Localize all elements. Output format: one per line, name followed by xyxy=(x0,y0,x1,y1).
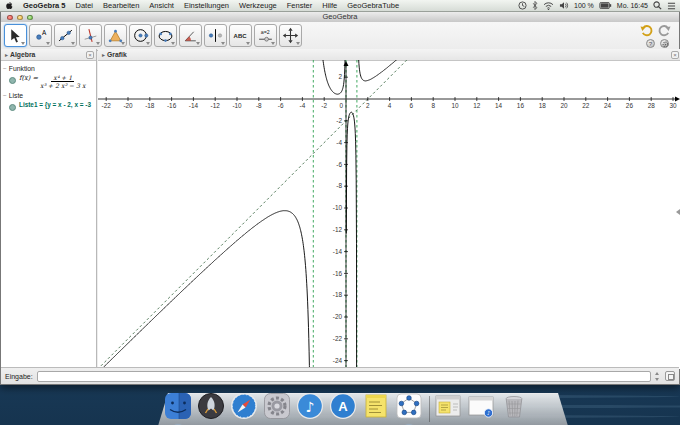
dock-item-minimized-window-document[interactable]: ♪ xyxy=(467,392,495,420)
input-history-spinner[interactable] xyxy=(655,372,660,381)
tool-dropdown-arrow-icon[interactable] xyxy=(246,42,250,45)
safari-icon xyxy=(230,392,258,420)
fraction-numerator: x⁴ + 1 xyxy=(51,74,74,82)
x-tick-label: -22 xyxy=(102,102,112,109)
tool-text-button[interactable]: ABC xyxy=(229,24,252,47)
itunes-icon: ♪ xyxy=(296,392,324,420)
wifi-icon[interactable] xyxy=(543,2,554,10)
tool-move-button[interactable] xyxy=(4,24,27,47)
x-tick-label: -2 xyxy=(321,102,327,109)
tool-slider-button[interactable]: a=2 xyxy=(254,24,277,47)
x-tick-label: 4 xyxy=(388,102,392,109)
collapse-icon[interactable]: − xyxy=(3,65,7,72)
window-title: GeoGebra xyxy=(1,12,679,22)
dock-item-geogebra[interactable] xyxy=(395,392,423,420)
input-help-button[interactable] xyxy=(665,371,675,381)
menu-item-fenster[interactable]: Fenster xyxy=(282,0,317,11)
tool-dropdown-arrow-icon[interactable] xyxy=(96,42,100,45)
svg-text:a=2: a=2 xyxy=(261,29,270,35)
volume-icon[interactable] xyxy=(559,1,569,10)
menu-clock[interactable]: Mo. 16:45 xyxy=(617,2,648,9)
apple-menu[interactable] xyxy=(0,1,18,10)
dock-item-stickies[interactable] xyxy=(362,392,390,420)
menu-item-werkzeuge[interactable]: Werkzeuge xyxy=(234,0,282,11)
algebra-item-liste1[interactable]: Liste1 = {y = x - 2, x = -3 xyxy=(9,101,96,111)
function-lhs: f(x) = xyxy=(19,74,38,82)
algebra-panel-title: Algebra xyxy=(10,51,35,58)
algebra-panel-header[interactable]: ▸Algebra × xyxy=(1,49,96,61)
y-tick-label: -8 xyxy=(336,182,342,189)
x-tick-label: -8 xyxy=(256,102,262,109)
launchpad-icon xyxy=(197,392,225,420)
x-tick-label: 20 xyxy=(560,102,568,109)
x-tick-label: -4 xyxy=(300,102,306,109)
algebra-item-function[interactable]: f(x) = x⁴ + 1 x³ + 2 x² − 3 x xyxy=(9,74,96,90)
tool-dropdown-arrow-icon[interactable] xyxy=(271,42,275,45)
menu-app-name[interactable]: GeoGebra 5 xyxy=(18,0,71,11)
tool-dropdown-arrow-icon[interactable] xyxy=(171,42,175,45)
y-axis-arrow-icon xyxy=(344,61,349,66)
undo-button[interactable] xyxy=(640,25,653,37)
tool-dropdown-arrow-icon[interactable] xyxy=(46,42,50,45)
y-tick-label: -22 xyxy=(333,335,343,342)
settings-gear-button[interactable] xyxy=(660,39,669,48)
redo-button[interactable] xyxy=(658,25,671,37)
bluetooth-icon[interactable] xyxy=(532,1,538,10)
tool-dropdown-arrow-icon[interactable] xyxy=(221,42,225,45)
dock-item-safari[interactable] xyxy=(230,392,258,420)
svg-text:ABC: ABC xyxy=(234,33,248,39)
dock-item-finder[interactable] xyxy=(164,392,192,420)
x-tick-label: 14 xyxy=(495,102,503,109)
tool-dropdown-arrow-icon[interactable] xyxy=(121,42,125,45)
dock-item-system-preferences[interactable] xyxy=(263,392,291,420)
tool-move-graphics-view-button[interactable] xyxy=(279,24,302,47)
spotlight-icon[interactable] xyxy=(653,1,662,10)
help-button[interactable]: ? xyxy=(646,39,655,48)
close-graphics-panel-button[interactable]: × xyxy=(671,51,679,59)
visibility-marble-icon[interactable] xyxy=(9,104,16,111)
tool-angle-button[interactable] xyxy=(179,24,202,47)
panel-splitter-arrow-icon[interactable] xyxy=(676,209,680,215)
menu-item-geogebratube[interactable]: GeoGebraTube xyxy=(342,0,404,11)
tool-point-button[interactable]: A xyxy=(29,24,52,47)
visibility-marble-icon[interactable] xyxy=(9,77,16,84)
x-tick-label: 28 xyxy=(648,102,656,109)
dock-item-app-store[interactable]: A xyxy=(329,392,357,420)
collapse-icon[interactable]: − xyxy=(3,92,7,99)
notification-center-icon[interactable] xyxy=(667,2,676,10)
time-machine-icon[interactable] xyxy=(518,1,527,10)
menu-item-einstellungen[interactable]: Einstellungen xyxy=(179,0,234,11)
tool-circle-with-center-button[interactable] xyxy=(129,24,152,47)
panel-disclosure-icon[interactable]: ▸ xyxy=(5,50,8,61)
menu-item-datei[interactable]: Datei xyxy=(71,0,99,11)
tool-dropdown-arrow-icon[interactable] xyxy=(146,42,150,45)
tool-dropdown-arrow-icon[interactable] xyxy=(21,42,25,45)
tool-dropdown-arrow-icon[interactable] xyxy=(296,42,300,45)
dock-item-launchpad[interactable] xyxy=(197,392,225,420)
tool-dropdown-arrow-icon[interactable] xyxy=(196,42,200,45)
tool-reflect-about-line-button[interactable] xyxy=(204,24,227,47)
finder-icon xyxy=(164,392,192,420)
x-tick-label: -10 xyxy=(232,102,242,109)
close-algebra-panel-button[interactable]: × xyxy=(86,51,94,59)
tool-ellipse-button[interactable] xyxy=(154,24,177,47)
minimized-window-document-icon: ♪ xyxy=(467,392,495,420)
screen: GeoGebra 5 DateiBearbeitenAnsichtEinstel… xyxy=(0,0,680,425)
tool-polygon-button[interactable] xyxy=(104,24,127,47)
tool-perpendicular-line-button[interactable] xyxy=(79,24,102,47)
x-tick-label: -20 xyxy=(123,102,133,109)
tool-dropdown-arrow-icon[interactable] xyxy=(71,42,75,45)
menu-item-hilfe[interactable]: Hilfe xyxy=(317,0,342,11)
dock-item-minimized-window-stickies[interactable] xyxy=(434,392,462,420)
graphics-view[interactable]: -22-20-18-16-14-12-10-8-6-4-224681012141… xyxy=(98,60,680,369)
menu-item-ansicht[interactable]: Ansicht xyxy=(144,0,179,11)
app-store-icon: A xyxy=(329,392,357,420)
x-tick-label: 12 xyxy=(473,102,481,109)
algebra-group-liste[interactable]: −Liste xyxy=(3,92,96,99)
dock-item-itunes[interactable]: ♪ xyxy=(296,392,324,420)
command-input[interactable] xyxy=(37,371,651,382)
dock-item-trash[interactable] xyxy=(500,392,528,420)
algebra-group-funktion[interactable]: −Funktion xyxy=(3,65,96,72)
tool-line-button[interactable] xyxy=(54,24,77,47)
menu-item-bearbeiten[interactable]: Bearbeiten xyxy=(98,0,144,11)
